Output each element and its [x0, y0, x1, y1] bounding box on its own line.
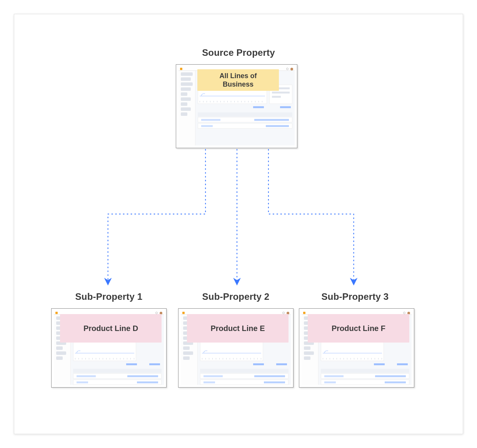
sub-title-1: Sub-Property 1 — [51, 291, 167, 302]
sub-card-3: Product Line F — [299, 308, 414, 388]
sub-card-2: Product Line E — [178, 308, 294, 388]
sub-title-2: Sub-Property 2 — [178, 291, 294, 302]
sub-badge-2: Product Line E — [187, 314, 289, 343]
sub-card-1: Product Line D — [51, 308, 167, 388]
sub-title-3: Sub-Property 3 — [297, 291, 413, 302]
sub-badge-1: Product Line D — [60, 314, 162, 343]
source-card: All Lines of Business — [176, 64, 297, 148]
source-badge: All Lines of Business — [197, 69, 279, 91]
diagram-canvas: Source Property — [14, 14, 463, 434]
source-title: Source Property — [14, 47, 463, 58]
sub-badge-3: Product Line F — [308, 314, 409, 343]
